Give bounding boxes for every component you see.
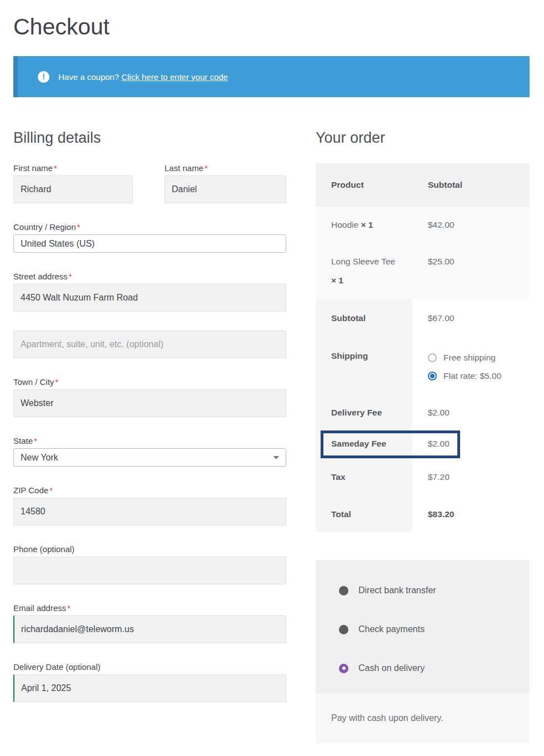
sameday-fee-row: Sameday Fee $2.00 — [316, 430, 530, 458]
radio-unselected-icon[interactable] — [339, 586, 348, 595]
email-input[interactable] — [13, 615, 286, 643]
delivery-date-field-wrap: Delivery Date (optional) — [13, 662, 286, 702]
tax-row: Tax $7.20 — [316, 458, 530, 497]
payment-option-cash-on-delivery[interactable]: Cash on delivery — [339, 649, 530, 688]
state-selected-value: New York — [21, 453, 58, 463]
payment-methods-panel: Direct bank transfer Check payments Cash… — [316, 560, 530, 743]
required-asterisk: * — [77, 222, 81, 232]
total-row: Total $83.20 — [316, 497, 530, 532]
phone-input[interactable] — [13, 557, 286, 584]
phone-label: Phone (optional) — [13, 544, 286, 554]
delivery-date-label: Delivery Date (optional) — [13, 662, 286, 672]
order-item-name: Hoodie × 1 — [316, 207, 412, 243]
required-asterisk: * — [55, 377, 58, 387]
sameday-fee-label: Sameday Fee — [316, 430, 412, 458]
country-selected-value: United States (US) — [21, 239, 94, 249]
page-title: Checkout — [13, 13, 530, 41]
street-field-wrap: Street address* — [13, 272, 286, 312]
street-address-input[interactable] — [13, 284, 286, 312]
payment-method-description: Pay with cash upon delivery. — [316, 693, 530, 743]
order-item-row: Long Sleeve Tee × 1 $25.00 — [316, 243, 530, 299]
payment-option-label: Cash on delivery — [358, 663, 425, 673]
radio-unselected-icon[interactable] — [428, 353, 437, 362]
apartment-field-wrap — [13, 331, 286, 358]
subtotal-row: Subtotal $67.00 — [316, 299, 530, 338]
payment-option-label: Direct bank transfer — [358, 585, 436, 595]
first-name-field-wrap: First name* — [13, 163, 133, 203]
shipping-label: Shipping — [316, 338, 412, 395]
order-item-price: $42.00 — [412, 207, 530, 243]
order-item-price: $25.00 — [412, 243, 530, 299]
flat-rate-label: Flat rate: $5.00 — [443, 369, 501, 382]
zip-input[interactable] — [13, 498, 286, 525]
total-value: $83.20 — [412, 497, 530, 532]
sameday-fee-value: $2.00 — [412, 430, 530, 458]
required-asterisk: * — [54, 163, 57, 173]
billing-section: Billing details First name* Last name* C… — [13, 97, 286, 721]
name-row: First name* Last name* — [13, 163, 286, 203]
coupon-toggle-link[interactable]: Click here to enter your code — [121, 72, 228, 82]
checkout-page: Checkout Have a coupon? Click here to en… — [0, 13, 544, 743]
order-item-qty: × 1 — [331, 276, 343, 285]
subtotal-column-header: Subtotal — [412, 163, 530, 207]
required-asterisk: * — [49, 485, 53, 495]
total-label: Total — [316, 497, 412, 532]
coupon-text: Have a coupon? Click here to enter your … — [58, 72, 228, 82]
required-asterisk: * — [34, 436, 37, 445]
payment-option-check[interactable]: Check payments — [339, 610, 530, 649]
delivery-fee-row: Delivery Fee $2.00 — [316, 395, 530, 430]
payment-methods-list: Direct bank transfer Check payments Cash… — [316, 560, 530, 693]
state-select[interactable]: New York — [13, 448, 286, 467]
last-name-field-wrap: Last name* — [164, 163, 286, 203]
email-field-wrap: Email address* — [13, 603, 286, 643]
order-section: Your order Product Subtotal Hoodie × 1 $… — [316, 97, 530, 743]
radio-selected-icon[interactable] — [428, 372, 437, 380]
zip-label: ZIP Code* — [13, 485, 286, 495]
shipping-row: Shipping Free shipping Flat rate: $5.00 — [316, 338, 530, 395]
delivery-fee-label: Delivery Fee — [316, 395, 412, 430]
street-address-label: Street address* — [13, 272, 286, 281]
required-asterisk: * — [67, 603, 71, 613]
flat-rate-option[interactable]: Flat rate: $5.00 — [428, 369, 516, 382]
billing-heading: Billing details — [13, 129, 286, 147]
radio-selected-icon[interactable] — [339, 664, 348, 673]
delivery-date-input[interactable] — [13, 674, 286, 702]
first-name-input[interactable] — [13, 176, 133, 203]
order-item-name: Long Sleeve Tee × 1 — [316, 243, 412, 299]
state-label: State* — [13, 436, 286, 445]
free-shipping-option[interactable]: Free shipping — [428, 351, 516, 364]
order-item-row: Hoodie × 1 $42.00 — [316, 207, 530, 243]
required-asterisk: * — [204, 163, 208, 173]
chevron-down-icon — [273, 456, 279, 459]
first-name-label: First name* — [13, 163, 133, 173]
city-label: Town / City* — [13, 377, 286, 387]
order-table-header: Product Subtotal — [316, 163, 530, 207]
order-review-table: Product Subtotal Hoodie × 1 $42.00 Long … — [316, 163, 530, 532]
city-input[interactable] — [13, 389, 286, 417]
delivery-fee-value: $2.00 — [412, 395, 530, 430]
city-field-wrap: Town / City* — [13, 377, 286, 417]
state-field-wrap: State* New York — [13, 436, 286, 467]
payment-option-label: Check payments — [358, 624, 425, 634]
country-field-wrap: Country / Region* United States (US) — [13, 222, 286, 253]
apartment-input[interactable] — [13, 331, 286, 358]
product-column-header: Product — [316, 163, 412, 207]
radio-unselected-icon[interactable] — [339, 625, 348, 634]
country-select[interactable]: United States (US) — [13, 234, 286, 253]
subtotal-label: Subtotal — [316, 299, 412, 338]
checkout-columns: Billing details First name* Last name* C… — [13, 97, 530, 743]
free-shipping-label: Free shipping — [443, 351, 496, 364]
email-label: Email address* — [13, 603, 286, 613]
country-label: Country / Region* — [13, 222, 286, 232]
order-heading: Your order — [316, 129, 530, 147]
zip-field-wrap: ZIP Code* — [13, 485, 286, 525]
payment-option-bank-transfer[interactable]: Direct bank transfer — [339, 571, 530, 610]
required-asterisk: * — [69, 272, 72, 281]
tax-label: Tax — [316, 458, 412, 497]
tax-value: $7.20 — [412, 458, 530, 497]
info-icon — [38, 71, 49, 83]
coupon-question: Have a coupon? — [58, 72, 119, 82]
phone-field-wrap: Phone (optional) — [13, 544, 286, 584]
last-name-input[interactable] — [164, 176, 286, 203]
last-name-label: Last name* — [164, 163, 286, 173]
